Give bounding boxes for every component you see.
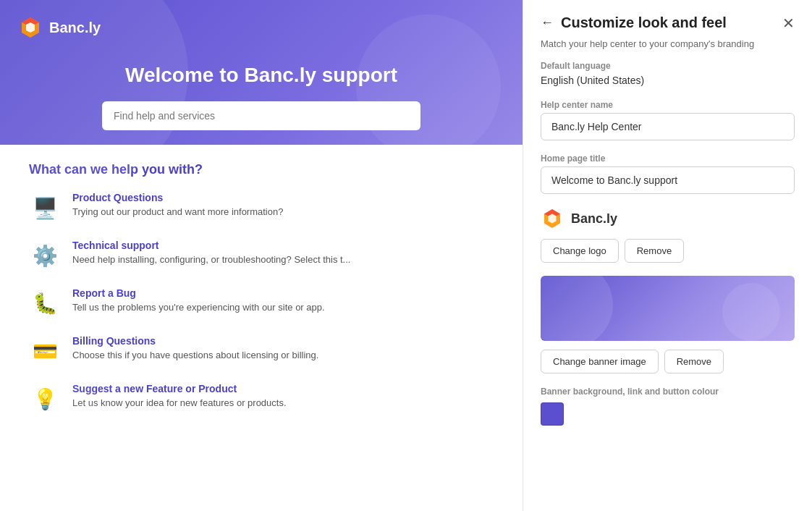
change-logo-button[interactable]: Change logo bbox=[541, 239, 619, 263]
help-item-title: Billing Questions bbox=[72, 335, 318, 347]
help-item-icon: 🖥️ bbox=[29, 192, 61, 224]
help-item-desc: Need help installing, configuring, or tr… bbox=[72, 254, 350, 265]
change-banner-button[interactable]: Change banner image bbox=[541, 350, 659, 373]
logo-icon bbox=[17, 14, 43, 41]
home-page-title-label: Home page title bbox=[541, 153, 795, 164]
panel-header: ← Customize look and feel ✕ bbox=[523, 0, 812, 31]
panel-subtitle: Match your help center to your company's… bbox=[523, 31, 812, 61]
help-item-product-questions[interactable]: 🖥️ Product Questions Trying out our prod… bbox=[29, 192, 494, 224]
right-panel: ← Customize look and feel ✕ Match your h… bbox=[523, 0, 812, 511]
home-page-title-input[interactable] bbox=[541, 166, 795, 194]
help-item-title: Technical support bbox=[72, 240, 350, 251]
left-panel: Banc.ly Welcome to Banc.ly support What … bbox=[0, 0, 523, 511]
section-title: What can we help you with? bbox=[29, 162, 494, 177]
help-item-content: Technical support Need help installing, … bbox=[72, 240, 350, 265]
help-item-desc: Let us know your idea for new features o… bbox=[72, 397, 287, 408]
help-item-billing-questions[interactable]: 💳 Billing Questions Choose this if you h… bbox=[29, 335, 494, 367]
default-language-value: English (United States) bbox=[541, 75, 644, 86]
help-items-list: 🖥️ Product Questions Trying out our prod… bbox=[29, 192, 494, 415]
help-item-desc: Tell us the problems you're experiencing… bbox=[72, 302, 325, 313]
help-center-name-input[interactable] bbox=[541, 113, 795, 140]
banner-buttons: Change banner image Remove bbox=[541, 350, 795, 373]
help-center-name-group: Help center name bbox=[541, 100, 795, 140]
help-item-content: Product Questions Trying out our product… bbox=[72, 192, 283, 217]
default-language-group: Default language English (United States) bbox=[541, 61, 795, 87]
logo-text: Banc.ly bbox=[49, 20, 101, 36]
help-item-title: Report a Bug bbox=[72, 287, 325, 299]
help-item-title: Suggest a new Feature or Product bbox=[72, 383, 287, 394]
help-item-content: Report a Bug Tell us the problems you're… bbox=[72, 287, 325, 313]
color-swatch[interactable] bbox=[541, 402, 564, 426]
color-group: Banner background, link and button colou… bbox=[541, 387, 795, 426]
close-button[interactable]: ✕ bbox=[782, 16, 795, 30]
panel-title: Customize look and feel bbox=[561, 14, 727, 31]
logo-bar: Banc.ly bbox=[17, 14, 505, 41]
help-item-content: Billing Questions Choose this if you hav… bbox=[72, 335, 318, 360]
back-arrow-icon[interactable]: ← bbox=[541, 15, 554, 30]
remove-banner-button[interactable]: Remove bbox=[664, 350, 724, 373]
help-item-icon: ⚙️ bbox=[29, 240, 61, 271]
search-input[interactable] bbox=[102, 101, 420, 130]
help-center-name-label: Help center name bbox=[541, 100, 795, 110]
panel-content: Default language English (United States)… bbox=[523, 61, 812, 456]
help-item-desc: Trying out our product and want more inf… bbox=[72, 206, 283, 217]
remove-logo-button[interactable]: Remove bbox=[625, 239, 684, 263]
logo-section: Banc.ly bbox=[541, 207, 795, 230]
logo-preview-icon bbox=[541, 207, 564, 230]
home-page-title-group: Home page title bbox=[541, 153, 795, 194]
help-item-icon: 🐛 bbox=[29, 287, 61, 319]
help-item-report-bug[interactable]: 🐛 Report a Bug Tell us the problems you'… bbox=[29, 287, 494, 319]
default-language-label: Default language bbox=[541, 61, 795, 71]
help-item-desc: Choose this if you have questions about … bbox=[72, 350, 318, 360]
back-title: ← Customize look and feel bbox=[541, 14, 727, 31]
logo-preview-text: Banc.ly bbox=[571, 211, 617, 227]
welcome-title: Welcome to Banc.ly support bbox=[17, 64, 505, 87]
banner-preview bbox=[541, 276, 795, 341]
help-item-content: Suggest a new Feature or Product Let us … bbox=[72, 383, 287, 408]
color-section-label: Banner background, link and button colou… bbox=[541, 387, 795, 397]
logo-buttons: Change logo Remove bbox=[541, 239, 795, 263]
help-item-title: Product Questions bbox=[72, 192, 283, 203]
help-item-technical-support[interactable]: ⚙️ Technical support Need help installin… bbox=[29, 240, 494, 271]
